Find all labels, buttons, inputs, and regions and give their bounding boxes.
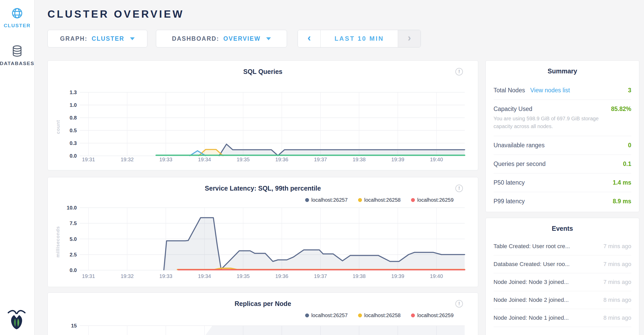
legend-entry: localhost:26259 — [411, 197, 454, 203]
x-tick-label: 19:33 — [159, 157, 172, 162]
legend-dot-icon — [411, 198, 415, 202]
x-tick-label: 19:36 — [275, 273, 288, 279]
x-tick-label: 19:31 — [82, 157, 95, 162]
x-tick-label: 19:37 — [314, 157, 327, 162]
legend-label: localhost:26257 — [311, 312, 348, 318]
y-tick-label: 7.5 — [70, 220, 77, 226]
event-text: Node Joined: Node 3 joined... — [494, 279, 569, 285]
time-window-selector: ‹ LAST 10 MIN › — [298, 30, 421, 47]
chart-card-sql-queries: 0.00.30.50.81.01.319:3119:3219:3319:3419… — [47, 60, 478, 170]
event-time: 8 mins ago — [603, 297, 631, 303]
sidebar-item-databases[interactable]: DATABASES — [0, 45, 34, 66]
x-tick-label: 19:39 — [391, 273, 404, 279]
dashboard-dropdown-label: DASHBOARD: — [172, 35, 219, 42]
event-row[interactable]: Database Created: User roo...7 mins ago — [494, 255, 631, 273]
y-tick-label: 5.0 — [70, 236, 77, 242]
chart-title: Replicas per Node — [48, 300, 478, 308]
chevron-right-icon: › — [408, 32, 411, 44]
event-row[interactable]: Node Joined: Node 2 joined...8 mins ago — [494, 291, 631, 309]
main-content: CLUSTER OVERVIEW GRAPH: CLUSTER DASHBOAR… — [35, 0, 644, 335]
legend-entry: localhost:26259 — [411, 312, 454, 318]
chart-card-service-latency: 0.02.55.07.510.019:3119:3219:3319:3419:3… — [47, 177, 478, 287]
x-tick-label: 19:40 — [430, 157, 443, 162]
legend-dot-icon — [411, 313, 415, 317]
time-prev-button[interactable]: ‹ — [298, 30, 321, 47]
summary-row-label: Total Nodes — [494, 87, 525, 94]
time-range-label[interactable]: LAST 10 MIN — [321, 30, 398, 47]
sidebar-item-cluster[interactable]: CLUSTER — [0, 7, 34, 29]
legend-label: localhost:26257 — [311, 197, 348, 203]
events-rows: Table Created: User root cre...7 mins ag… — [494, 238, 631, 327]
series-area-localhost:26257 — [164, 218, 465, 270]
chart-legend: localhost:26257localhost:26258localhost:… — [295, 312, 454, 318]
summary-row-label: P50 latency — [494, 179, 525, 186]
chart-plot: 0.02.55.07.510.019:3119:3219:3319:3419:3… — [48, 177, 478, 287]
event-time: 7 mins ago — [603, 261, 631, 268]
y-tick-label: 0.0 — [70, 267, 77, 273]
x-tick-label: 19:36 — [275, 157, 288, 162]
event-time: 7 mins ago — [603, 243, 631, 250]
chevron-down-icon — [130, 37, 135, 40]
legend-dot-icon — [305, 313, 309, 317]
event-text: Table Created: User root cre... — [494, 243, 570, 250]
graph-dropdown[interactable]: GRAPH: CLUSTER — [47, 30, 147, 47]
legend-entry: localhost:26257 — [305, 312, 348, 318]
controls-bar: GRAPH: CLUSTER DASHBOARD: OVERVIEW ‹ LAS… — [47, 30, 644, 47]
event-row[interactable]: Node Joined: Node 3 joined...7 mins ago — [494, 273, 631, 291]
legend-label: localhost:26258 — [364, 197, 401, 203]
x-tick-label: 19:32 — [121, 273, 134, 279]
right-column: Summary Total NodesView nodes list3Capac… — [485, 60, 639, 335]
legend-dot-icon — [305, 198, 309, 202]
globe-icon — [11, 7, 23, 19]
app-window: CLUSTER DATABASES — [0, 0, 644, 335]
summary-row: Unavailable ranges0 — [494, 136, 631, 155]
chevron-down-icon — [266, 37, 271, 40]
legend-dot-icon — [358, 198, 362, 202]
legend-label: localhost:26258 — [364, 312, 401, 318]
y-tick-label: 10.0 — [67, 205, 77, 211]
event-text: Node Joined: Node 1 joined... — [494, 315, 569, 321]
summary-row-label: P99 latency — [494, 198, 525, 205]
y-tick-label: 2.5 — [70, 252, 77, 257]
sidebar-item-label: CLUSTER — [4, 23, 31, 29]
view-nodes-link[interactable]: View nodes list — [530, 87, 570, 94]
chart-title: Service Latency: SQL, 99th percentile — [48, 185, 478, 192]
legend-dot-icon — [358, 313, 362, 317]
dashboard-dropdown[interactable]: DASHBOARD: OVERVIEW — [156, 30, 287, 47]
graph-dropdown-label: GRAPH: — [60, 35, 88, 42]
summary-row-label: Capacity Used — [494, 106, 532, 113]
legend-label: localhost:26259 — [417, 197, 454, 203]
x-tick-label: 19:34 — [198, 273, 211, 279]
event-time: 7 mins ago — [603, 279, 631, 285]
page-title: CLUSTER OVERVIEW — [47, 8, 644, 20]
event-row[interactable]: Table Created: User root cre...7 mins ag… — [494, 238, 631, 255]
x-tick-label: 19:40 — [430, 273, 443, 279]
summary-row: Capacity UsedYou are using 598.9 GiB of … — [494, 100, 631, 136]
chart-plot: 0.00.30.50.81.01.319:3119:3219:3319:3419… — [48, 61, 478, 170]
info-icon[interactable]: ! — [455, 185, 463, 192]
dashboard-content: 0.00.30.50.81.01.319:3119:3219:3319:3419… — [47, 60, 644, 335]
summary-row-value: 8.9 ms — [613, 198, 631, 205]
y-tick-label: 0.8 — [70, 115, 77, 121]
database-icon — [12, 45, 22, 57]
summary-row-value: 85.82% — [611, 106, 631, 113]
x-tick-label: 19:31 — [82, 273, 95, 279]
x-tick-label: 19:34 — [198, 157, 211, 162]
summary-row-label: Queries per second — [494, 160, 546, 168]
legend-entry: localhost:26257 — [305, 197, 348, 203]
time-next-button[interactable]: › — [398, 30, 421, 47]
x-tick-label: 19:38 — [353, 273, 366, 279]
summary-row-label: Unavailable ranges — [494, 142, 545, 149]
cockroach-logo[interactable] — [7, 309, 26, 331]
summary-row: P99 latency8.9 ms — [494, 192, 631, 211]
summary-row-value: 1.4 ms — [613, 179, 631, 186]
x-tick-label: 19:39 — [391, 157, 404, 162]
info-icon[interactable]: ! — [455, 68, 463, 75]
event-row[interactable]: Node Joined: Node 1 joined...8 mins ago — [494, 309, 631, 327]
y-tick-label: 0.5 — [70, 128, 77, 133]
legend-label: localhost:26259 — [417, 312, 454, 318]
chevron-left-icon: ‹ — [307, 32, 311, 44]
info-icon[interactable]: ! — [455, 300, 463, 308]
dashboard-dropdown-value: OVERVIEW — [223, 35, 261, 42]
graph-dropdown-value: CLUSTER — [92, 35, 124, 42]
